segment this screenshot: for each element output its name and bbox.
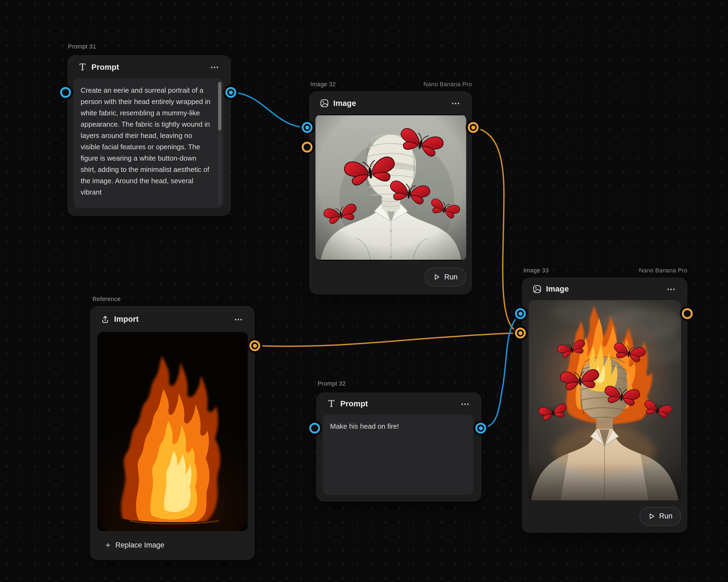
image33-node[interactable]: Image ⋯ bbox=[522, 278, 687, 533]
import-title: Import bbox=[114, 315, 138, 324]
wire-image32-to-image33 bbox=[473, 128, 520, 333]
text-prompt-icon: T bbox=[78, 62, 87, 72]
upload-icon bbox=[101, 315, 110, 324]
prompt31-output-port[interactable] bbox=[226, 87, 236, 98]
node-label-prompt31: Prompt 31 bbox=[68, 43, 96, 50]
prompt32-text-input[interactable]: Make his head on fire! bbox=[323, 415, 473, 495]
image33-output-port[interactable] bbox=[682, 308, 693, 319]
image33-generated-photo[interactable] bbox=[529, 300, 681, 500]
plus-icon: + bbox=[105, 541, 110, 549]
text-prompt-icon: T bbox=[327, 399, 336, 409]
import-reference-photo[interactable] bbox=[97, 332, 248, 531]
image33-footer: Run bbox=[522, 500, 687, 532]
prompt32-node[interactable]: T Prompt ⋯ Make his head on fire! bbox=[316, 393, 481, 501]
image32-output-port[interactable] bbox=[468, 122, 478, 133]
image32-header: Image ⋯ bbox=[310, 92, 472, 115]
prompt31-input-port[interactable] bbox=[60, 87, 71, 98]
image32-run-button[interactable]: Run bbox=[425, 268, 466, 286]
image32-generated-photo[interactable] bbox=[315, 114, 466, 260]
prompt32-text: Make his head on fire! bbox=[330, 422, 399, 430]
import-node[interactable]: Import ⋯ + Replace Image bbox=[90, 306, 255, 560]
image33-model-label: Nano Banana Pro bbox=[522, 267, 687, 274]
image32-reference-input-port[interactable] bbox=[302, 142, 312, 153]
image32-title: Image bbox=[333, 99, 356, 108]
image33-reference-input-port[interactable] bbox=[515, 328, 526, 338]
play-icon bbox=[433, 274, 440, 280]
prompt31-text: Create an eerie and surreal portrait of … bbox=[81, 86, 210, 196]
play-icon bbox=[648, 513, 655, 520]
prompt31-title: Prompt bbox=[92, 63, 119, 72]
node-label-reference: Reference bbox=[93, 296, 121, 303]
wire-import-to-image33 bbox=[255, 333, 520, 346]
image32-menu-icon[interactable]: ⋯ bbox=[451, 99, 461, 108]
replace-image-button[interactable]: + Replace Image bbox=[105, 541, 164, 549]
image32-model-label: Nano Banana Pro bbox=[309, 81, 472, 88]
import-footer: + Replace Image bbox=[90, 530, 254, 560]
image32-footer: Run bbox=[310, 260, 472, 294]
image32-node[interactable]: Image ⋯ bbox=[309, 91, 472, 294]
image33-run-button[interactable]: Run bbox=[640, 507, 681, 526]
prompt32-output-port[interactable] bbox=[475, 423, 486, 434]
prompt31-menu-icon[interactable]: ⋯ bbox=[210, 63, 220, 72]
import-menu-icon[interactable]: ⋯ bbox=[234, 315, 243, 324]
prompt32-title: Prompt bbox=[340, 399, 368, 408]
node-label-prompt32: Prompt 32 bbox=[318, 380, 346, 387]
prompt32-input-port[interactable] bbox=[309, 423, 320, 434]
import-output-port[interactable] bbox=[250, 340, 260, 351]
wire-prompt32-to-image33 bbox=[481, 314, 520, 428]
prompt31-scrollbar[interactable] bbox=[218, 82, 222, 205]
prompt31-header: T Prompt ⋯ bbox=[68, 56, 231, 79]
wire-prompt31-to-image32 bbox=[231, 92, 307, 128]
prompt31-node[interactable]: T Prompt ⋯ Create an eerie and surreal p… bbox=[68, 55, 231, 216]
image-icon bbox=[532, 284, 542, 294]
image-icon bbox=[320, 99, 329, 108]
image33-menu-icon[interactable]: ⋯ bbox=[667, 285, 676, 294]
prompt32-menu-icon[interactable]: ⋯ bbox=[461, 399, 470, 408]
image33-prompt-input-port[interactable] bbox=[515, 308, 526, 319]
image33-title: Image bbox=[546, 284, 569, 294]
prompt31-text-input[interactable]: Create an eerie and surreal portrait of … bbox=[74, 79, 224, 208]
prompt32-header: T Prompt ⋯ bbox=[316, 393, 481, 415]
node-canvas[interactable]: { "canvas": {"background": "#0a0a0b", "d… bbox=[0, 0, 728, 582]
image32-prompt-input-port[interactable] bbox=[302, 122, 312, 133]
image33-header: Image ⋯ bbox=[522, 278, 687, 300]
import-header: Import ⋯ bbox=[90, 306, 254, 332]
